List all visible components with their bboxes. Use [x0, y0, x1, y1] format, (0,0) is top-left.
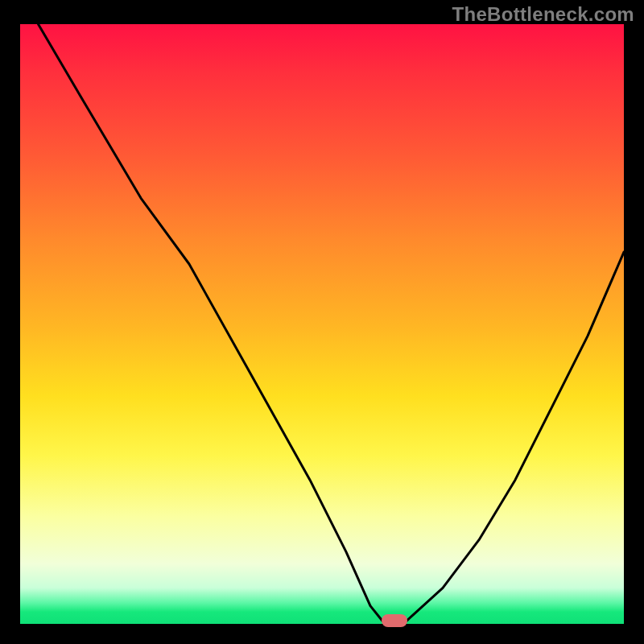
watermark-text: TheBottleneck.com — [452, 3, 634, 26]
plot-area — [20, 24, 624, 624]
bottleneck-curve — [20, 24, 624, 624]
optimal-point-marker — [382, 614, 407, 627]
chart-frame: TheBottleneck.com — [0, 0, 644, 644]
